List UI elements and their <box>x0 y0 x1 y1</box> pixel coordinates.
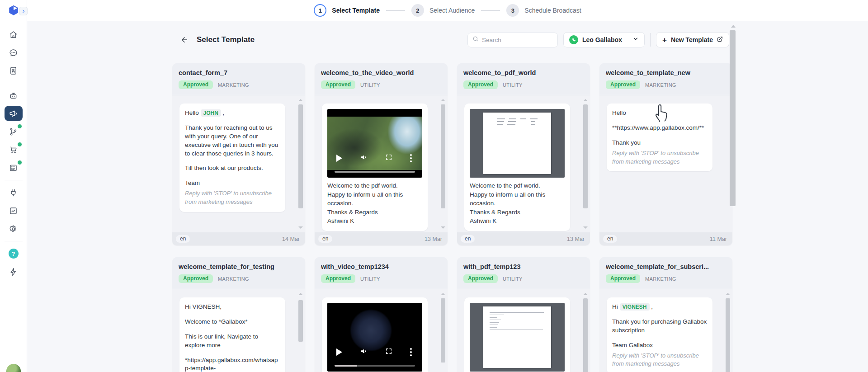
template-name: welcome_to_pdf_world <box>463 69 584 76</box>
card-scrollbar[interactable] <box>440 291 446 372</box>
media-caption: Welcome to the pdf world.Happy to inform… <box>327 181 422 226</box>
sidebar-expand-button[interactable] <box>19 7 28 15</box>
status-badge: Approved <box>179 274 213 283</box>
message-bubble: Hi VIGNESH ,Thank you for purchasing Gal… <box>607 297 712 372</box>
scroll-up-icon[interactable] <box>726 293 730 295</box>
chats-icon <box>9 48 18 57</box>
card-scrollbar[interactable] <box>725 291 731 372</box>
page-scrollbar[interactable] <box>730 30 736 206</box>
scrollbar-thumb[interactable] <box>441 104 445 208</box>
volume-icon[interactable] <box>360 153 368 163</box>
volume-icon[interactable] <box>360 347 368 357</box>
template-card[interactable]: with_video_temp1234ApprovedUTILITY Hiwel… <box>315 257 448 372</box>
sidebar-item-forms[interactable] <box>5 160 23 175</box>
scrollbar-thumb[interactable] <box>583 104 588 208</box>
pdf-page <box>483 306 551 368</box>
play-icon[interactable] <box>336 155 342 162</box>
template-preview: Hi <box>457 289 590 372</box>
sidebar-item-broadcast[interactable] <box>5 106 23 121</box>
user-avatar[interactable] <box>6 364 21 372</box>
sidebar-item-chats[interactable] <box>5 45 23 60</box>
message-bubble: Welcome to the pdf world.Happy to inform… <box>464 104 570 231</box>
message-text: Hello JOHN ,Thank you for reaching out t… <box>185 109 280 188</box>
card-scrollbar[interactable] <box>583 291 588 372</box>
category-label: MARKETING <box>645 82 676 88</box>
sidebar-item-flows[interactable] <box>5 124 23 139</box>
play-icon[interactable] <box>336 348 342 356</box>
template-card[interactable]: welcome_to_the_video_worldApprovedUTILIT… <box>315 63 448 245</box>
template-card[interactable]: welcome_template_for_subscri...ApprovedM… <box>599 257 732 372</box>
sidebar-item-commerce[interactable] <box>5 142 23 157</box>
scroll-up-icon[interactable] <box>583 99 588 101</box>
scrollbar-thumb[interactable] <box>583 298 588 372</box>
template-card[interactable]: with_pdf_temp123ApprovedUTILITY Hi <box>457 257 590 372</box>
whatsapp-icon <box>569 35 578 44</box>
content-header: Select Template Leo Gallabox <box>172 32 733 48</box>
sidebar-item-help[interactable]: ? <box>5 246 23 261</box>
step-2-circle: 2 <box>411 4 424 17</box>
card-scrollbar[interactable] <box>298 97 303 231</box>
scrollbar-thumb[interactable] <box>298 104 303 208</box>
status-badge: Approved <box>606 274 640 283</box>
scroll-up-icon[interactable] <box>298 293 303 295</box>
video-progress-bar[interactable] <box>335 365 415 367</box>
card-scrollbar[interactable] <box>583 97 588 231</box>
step-3-label: Schedule Broadcast <box>524 7 581 14</box>
step-schedule-broadcast[interactable]: 3 Schedule Broadcast <box>506 4 581 17</box>
commerce-icon <box>9 145 18 155</box>
opt-out-disclaimer: Reply with 'STOP' to unsubscribe from ma… <box>185 189 280 207</box>
settings-icon <box>9 224 18 234</box>
scroll-up-icon[interactable] <box>441 293 445 295</box>
back-button[interactable] <box>179 34 190 46</box>
template-date: 14 Mar <box>282 236 300 242</box>
message-bubble: Hi <box>464 297 570 372</box>
step-select-audience[interactable]: 2 Select Audience <box>411 4 475 17</box>
category-label: MARKETING <box>645 276 676 282</box>
media-caption: Welcome to the pdf world.Happy to inform… <box>470 181 565 226</box>
kebab-menu-icon[interactable] <box>410 157 412 159</box>
template-card[interactable]: welcome_to_pdf_worldApprovedUTILITY Welc… <box>457 63 590 245</box>
scrollbar-thumb[interactable] <box>726 298 730 372</box>
scroll-down-icon[interactable] <box>583 226 588 229</box>
pdf-preview[interactable] <box>470 303 565 372</box>
template-date: 13 Mar <box>425 236 442 242</box>
page-scrollbar-up-arrow[interactable] <box>731 25 736 28</box>
channel-select[interactable]: Leo Gallabox <box>563 32 645 47</box>
scroll-up-icon[interactable] <box>441 99 445 101</box>
scroll-down-icon[interactable] <box>441 226 445 229</box>
video-progress-bar[interactable] <box>335 171 415 173</box>
sidebar-item-bot[interactable] <box>5 88 23 103</box>
new-template-button[interactable]: + New Template <box>656 32 729 47</box>
broadcast-stepper: 1 Select Template 2 Select Audience 3 Sc… <box>314 4 581 17</box>
scrollbar-thumb[interactable] <box>298 300 303 342</box>
sidebar-item-contacts[interactable] <box>5 63 23 78</box>
template-preview: Welcome to the pdf world.Happy to inform… <box>457 95 590 232</box>
fullscreen-icon[interactable] <box>385 154 392 163</box>
scroll-down-icon[interactable] <box>298 226 303 229</box>
category-label: MARKETING <box>218 82 249 88</box>
step-select-template[interactable]: 1 Select Template <box>314 4 380 17</box>
sidebar-item-analytics[interactable] <box>5 203 23 218</box>
template-card[interactable]: welcome_template_for_testingApprovedMARK… <box>172 257 305 372</box>
sidebar-item-settings[interactable] <box>5 221 23 236</box>
status-badge: Approved <box>463 274 498 283</box>
sidebar-item-automation[interactable] <box>5 264 23 279</box>
card-scrollbar[interactable] <box>440 97 446 231</box>
card-scrollbar[interactable] <box>298 291 303 372</box>
sidebar-item-integrations[interactable] <box>5 185 23 200</box>
scroll-up-icon[interactable] <box>298 99 303 101</box>
template-card[interactable]: welcome_to_template_newApprovedMARKETING… <box>599 63 732 245</box>
kebab-menu-icon[interactable] <box>410 351 412 353</box>
sidebar-item-home[interactable] <box>5 27 23 42</box>
video-controls <box>336 153 413 163</box>
fullscreen-icon[interactable] <box>385 348 392 357</box>
message-text: Hi VIGNESH ,Thank you for purchasing Gal… <box>612 303 707 350</box>
template-card[interactable]: contact_form_7ApprovedMARKETINGHello JOH… <box>172 63 305 245</box>
video-preview[interactable] <box>327 109 422 178</box>
search-input[interactable] <box>482 37 553 43</box>
scroll-up-icon[interactable] <box>583 293 588 295</box>
pdf-preview[interactable] <box>470 109 565 178</box>
template-name: with_pdf_temp123 <box>463 263 584 270</box>
video-preview[interactable] <box>327 303 422 372</box>
scrollbar-thumb[interactable] <box>441 298 445 363</box>
